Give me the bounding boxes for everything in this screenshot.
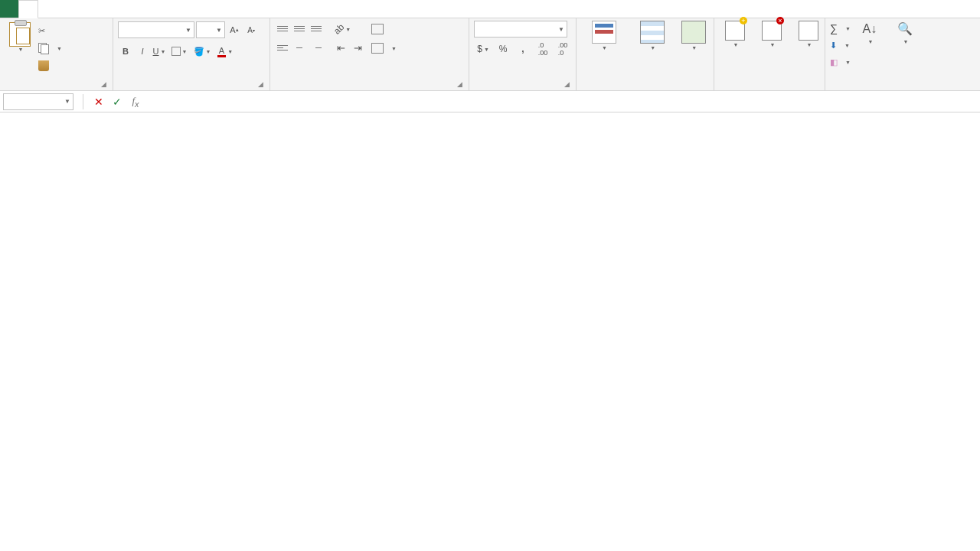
dialog-launcher-icon[interactable]: ◢ <box>101 80 106 88</box>
chevron-down-icon: ▼ <box>185 27 191 34</box>
tab-formulas[interactable] <box>75 0 93 18</box>
format-icon <box>799 21 818 41</box>
brush-icon <box>38 60 49 71</box>
chevron-down-icon: ▼ <box>216 27 222 34</box>
check-icon: ✓ <box>113 96 122 108</box>
align-center-button[interactable] <box>292 40 307 55</box>
font-name-select[interactable]: ▼ <box>118 21 194 38</box>
tab-file[interactable] <box>0 0 18 18</box>
cell-styles-icon <box>681 21 706 44</box>
increase-decimal-button[interactable]: .0.00 <box>534 41 552 57</box>
font-size-select[interactable]: ▼ <box>196 21 225 38</box>
conditional-formatting-icon <box>592 21 616 44</box>
wrap-text-button[interactable] <box>371 21 397 37</box>
format-cells-button[interactable]: ▼ <box>792 21 825 47</box>
fill-down-icon: ⬇ <box>830 41 837 51</box>
format-painter-button[interactable] <box>38 58 62 73</box>
scissors-icon: ✂ <box>38 26 49 36</box>
search-icon: 🔍 <box>897 21 913 37</box>
font-color-button[interactable]: A▼ <box>214 43 236 60</box>
name-box[interactable]: ▼ <box>3 93 74 110</box>
x-icon: ✕ <box>94 96 103 108</box>
sigma-icon: ∑ <box>830 22 838 34</box>
border-button[interactable]: ▼ <box>168 43 190 60</box>
group-label-clipboard: ◢ <box>5 86 108 90</box>
delete-icon <box>762 21 782 41</box>
group-label-styles <box>581 86 709 90</box>
align-right-button[interactable] <box>309 40 324 55</box>
tab-review[interactable] <box>112 0 130 18</box>
increase-font-button[interactable]: A▴ <box>227 21 242 38</box>
decrease-font-button[interactable]: A▾ <box>243 21 259 38</box>
indent-icon: ⇥ <box>354 42 362 54</box>
eraser-icon: ◧ <box>830 57 838 67</box>
tab-page-layout[interactable] <box>57 0 75 18</box>
dialog-launcher-icon[interactable]: ◢ <box>564 80 570 88</box>
decrease-decimal-button[interactable]: .00.0 <box>554 41 572 57</box>
copy-button[interactable]: ▼ <box>38 41 62 56</box>
table-icon <box>640 21 665 44</box>
increase-indent-button[interactable]: ⇥ <box>350 40 365 55</box>
cut-button[interactable]: ✂ <box>38 23 62 38</box>
delete-cells-button[interactable]: ▼ <box>756 21 788 47</box>
orientation-icon: ab <box>332 21 346 36</box>
insert-icon <box>725 21 745 41</box>
autosum-button[interactable]: ∑▼ <box>830 21 851 36</box>
bold-button[interactable]: B <box>118 43 133 60</box>
sort-icon: A↓ <box>861 21 878 37</box>
chevron-down-icon: ▼ <box>64 98 70 105</box>
font-color-icon: A <box>217 46 226 57</box>
tab-data[interactable] <box>93 0 112 18</box>
paste-icon <box>9 22 31 47</box>
group-label-font: ◢ <box>118 86 265 90</box>
conditional-formatting-button[interactable]: ▼ <box>581 21 626 51</box>
insert-function-button[interactable]: fx <box>126 93 145 110</box>
chevron-down-icon: ▼ <box>18 47 24 52</box>
fill-button[interactable]: ⬇▼ <box>830 37 851 53</box>
accounting-format-button[interactable]: $▼ <box>474 41 492 57</box>
tab-developer[interactable] <box>149 0 167 18</box>
sort-filter-button[interactable]: A↓▼ <box>854 21 886 45</box>
paste-button[interactable]: ▼ <box>5 21 35 52</box>
align-left-button[interactable] <box>275 40 290 55</box>
merge-icon <box>371 43 384 54</box>
align-top-button[interactable] <box>275 21 290 36</box>
align-middle-button[interactable] <box>292 21 307 36</box>
cell-styles-button[interactable]: ▼ <box>678 21 709 51</box>
border-icon <box>172 47 181 56</box>
underline-button[interactable]: U▼ <box>152 43 167 60</box>
group-label-alignment: ◢ <box>275 86 464 90</box>
clear-button[interactable]: ◧▼ <box>830 54 851 70</box>
number-format-select[interactable]: ▼ <box>474 21 567 37</box>
italic-button[interactable]: I <box>135 43 150 60</box>
tab-home[interactable] <box>18 0 38 18</box>
orientation-button[interactable]: ab▼ <box>333 21 351 37</box>
format-as-table-button[interactable]: ▼ <box>629 21 675 51</box>
fill-color-button[interactable]: 🪣▼ <box>191 43 213 60</box>
chevron-down-icon: ▼ <box>558 26 564 33</box>
formula-input[interactable] <box>145 93 977 110</box>
merge-center-button[interactable]: ▼ <box>371 40 397 57</box>
dialog-launcher-icon[interactable]: ◢ <box>457 80 462 88</box>
insert-cells-button[interactable]: ▼ <box>719 21 751 47</box>
copy-icon <box>38 43 49 54</box>
cancel-formula-button[interactable]: ✕ <box>90 93 108 110</box>
enter-formula-button[interactable]: ✓ <box>108 93 126 110</box>
tab-view[interactable] <box>130 0 149 18</box>
tab-insert[interactable] <box>38 0 57 18</box>
group-label-cells <box>719 86 820 90</box>
bucket-icon: 🪣 <box>194 47 204 57</box>
wrap-text-icon <box>371 24 384 34</box>
find-select-button[interactable]: 🔍▼ <box>889 21 921 45</box>
outdent-icon: ⇤ <box>337 42 345 54</box>
group-label-editing <box>830 86 966 90</box>
fx-icon: fx <box>132 95 139 109</box>
percent-format-button[interactable]: % <box>494 41 512 57</box>
align-bottom-button[interactable] <box>309 21 324 36</box>
decrease-indent-button[interactable]: ⇤ <box>333 40 348 55</box>
comma-format-button[interactable]: , <box>514 41 532 57</box>
group-label-number: ◢ <box>474 86 571 90</box>
dialog-launcher-icon[interactable]: ◢ <box>258 80 263 88</box>
